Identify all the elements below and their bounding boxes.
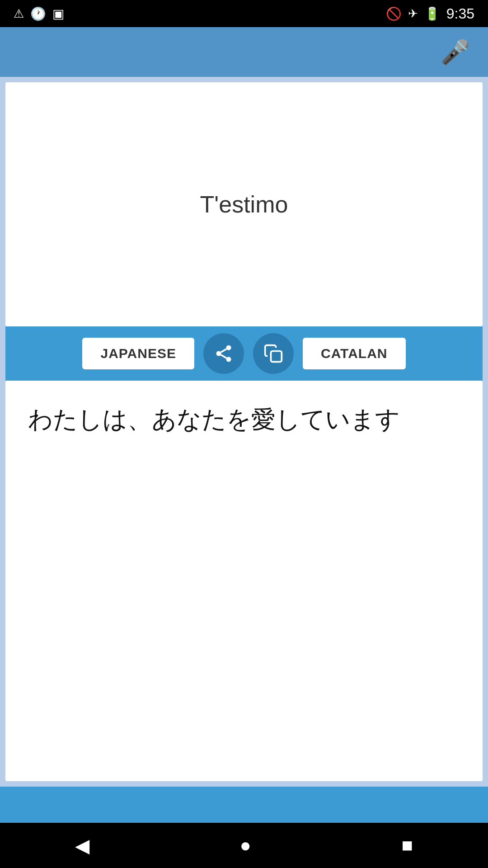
- battery-icon: 🔋: [424, 6, 440, 21]
- svg-line-4: [221, 349, 227, 352]
- status-bar-right: 🚫 ✈ 🔋 9:35: [386, 5, 474, 22]
- svg-point-0: [226, 345, 231, 350]
- clock-icon: 🕐: [30, 6, 46, 21]
- android-nav-bar: ◀ ● ■: [0, 823, 488, 868]
- source-language-button[interactable]: JAPANESE: [82, 338, 194, 369]
- microphone-button[interactable]: 🎤: [441, 38, 470, 66]
- share-button[interactable]: [203, 333, 244, 374]
- home-button[interactable]: ●: [240, 835, 251, 856]
- warning-icon: ⚠: [14, 7, 24, 21]
- status-bar: ⚠ 🕐 ▣ 🚫 ✈ 🔋 9:35: [0, 0, 488, 27]
- recents-button[interactable]: ■: [401, 835, 413, 856]
- back-button[interactable]: ◀: [75, 835, 89, 857]
- main-content: T'estimo JAPANESE CATALAN わたしは、あなたを愛していま: [0, 77, 488, 787]
- status-time: 9:35: [446, 5, 474, 22]
- share-icon: [214, 344, 234, 363]
- copy-icon: [263, 344, 283, 363]
- bottom-blue-bar: [0, 787, 488, 823]
- target-translation-text: わたしは、あなたを愛しています: [28, 403, 400, 436]
- source-translation-text: T'estimo: [200, 191, 288, 218]
- status-bar-left: ⚠ 🕐 ▣: [14, 6, 64, 21]
- airplane-icon: ✈: [408, 7, 418, 21]
- target-translation-box[interactable]: わたしは、あなたを愛しています: [5, 381, 483, 781]
- target-language-button[interactable]: CATALAN: [303, 338, 406, 369]
- sd-card-icon: ▣: [52, 6, 64, 21]
- copy-button[interactable]: [253, 333, 294, 374]
- language-bar: JAPANESE CATALAN: [5, 326, 483, 381]
- no-sim-icon: 🚫: [386, 6, 402, 21]
- svg-point-2: [226, 357, 231, 362]
- app-toolbar: 🎤: [0, 27, 488, 77]
- source-translation-box[interactable]: T'estimo: [5, 82, 483, 326]
- svg-line-3: [221, 355, 227, 358]
- svg-point-1: [216, 351, 221, 356]
- svg-rect-5: [271, 351, 282, 362]
